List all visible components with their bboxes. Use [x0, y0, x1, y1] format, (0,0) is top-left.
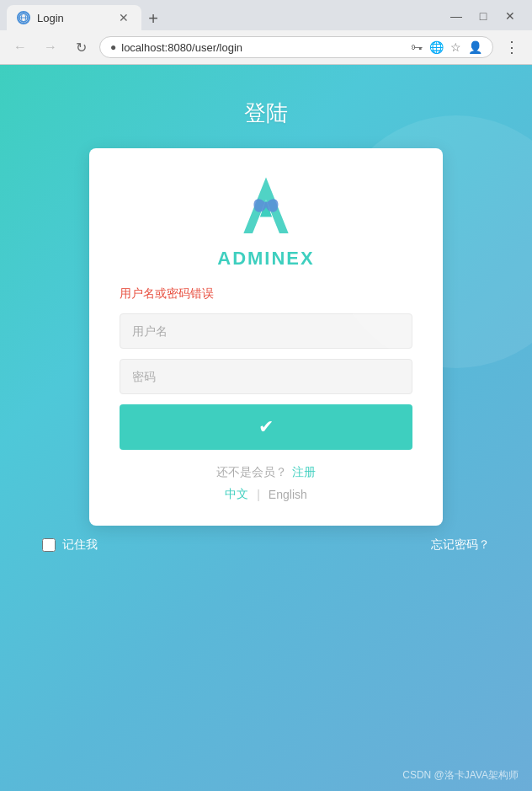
browser-menu-button[interactable]: ⋮ [500, 35, 524, 59]
checkmark-icon: ✔ [258, 416, 274, 438]
new-tab-button[interactable]: + [141, 7, 165, 30]
window-controls: — □ ✕ [448, 9, 525, 26]
translate-icon[interactable]: 🌐 [429, 40, 444, 54]
active-tab[interactable]: Login ✕ [7, 5, 141, 30]
page-title: 登陆 [244, 99, 288, 128]
back-button[interactable]: ← [8, 35, 32, 59]
register-prompt: 还不是会员？ [216, 465, 287, 480]
tab-bar: Login ✕ + — □ ✕ [0, 0, 532, 30]
forward-button[interactable]: → [39, 35, 62, 59]
logo-area: ADMINEX [217, 174, 314, 270]
remember-me-checkbox[interactable] [42, 538, 56, 552]
address-icons: 🗝 🌐 ☆ 👤 [411, 40, 482, 54]
username-input[interactable] [120, 313, 412, 349]
bookmark-icon[interactable]: ☆ [450, 40, 461, 54]
close-window-button[interactable]: ✕ [502, 9, 519, 23]
lang-zh-button[interactable]: 中文 [225, 487, 248, 502]
url-text: localhost:8080/user/login [121, 41, 406, 54]
password-input[interactable] [120, 359, 412, 394]
browser-chrome: Login ✕ + — □ ✕ ← → ↻ ● localhost:8080/u… [0, 0, 532, 65]
language-row: 中文 | English [225, 487, 307, 502]
forgot-password-link[interactable]: 忘记密码？ [431, 537, 490, 553]
login-card: ADMINEX 用户名或密码错误 ✔ 还不是会员？ 注册 中文 | Englis… [89, 148, 443, 526]
bottom-bar: 记住我 忘记密码？ [17, 526, 515, 564]
profile-icon[interactable]: 👤 [468, 40, 482, 54]
remember-me-label: 记住我 [62, 537, 98, 553]
error-message: 用户名或密码错误 [120, 286, 412, 302]
lang-en-button[interactable]: English [269, 488, 307, 501]
key-icon[interactable]: 🗝 [411, 40, 423, 54]
tab-favicon [17, 11, 30, 24]
refresh-button[interactable]: ↻ [69, 35, 93, 59]
maximize-button[interactable]: □ [475, 9, 492, 23]
lock-icon: ● [110, 41, 116, 53]
address-input[interactable]: ● localhost:8080/user/login 🗝 🌐 ☆ 👤 [99, 36, 493, 58]
logo-icon [232, 174, 300, 241]
minimize-button[interactable]: — [448, 9, 465, 23]
footer-attribution: CSDN @洛卡JAVA架构师 [402, 768, 519, 783]
login-button[interactable]: ✔ [120, 404, 412, 450]
remember-me-row: 记住我 [42, 537, 98, 553]
page-content: 登陆 ADMINEX 用户名或密码错误 ✔ 还不是会员？ 注册 [0, 65, 532, 791]
tab-close-button[interactable]: ✕ [116, 10, 131, 25]
register-link[interactable]: 注册 [292, 465, 316, 480]
logo-text: ADMINEX [217, 248, 314, 270]
address-bar: ← → ↻ ● localhost:8080/user/login 🗝 🌐 ☆ … [0, 30, 532, 64]
register-row: 还不是会员？ 注册 [216, 465, 316, 480]
tab-title: Login [37, 12, 64, 24]
lang-separator: | [257, 488, 260, 501]
